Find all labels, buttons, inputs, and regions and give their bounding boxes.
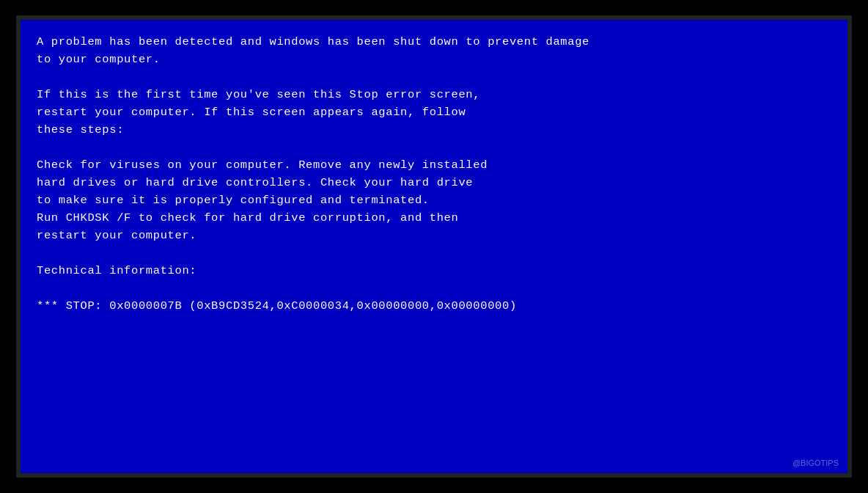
line12: restart your computer.	[37, 229, 196, 242]
bsod-text: A problem has been detected and windows …	[37, 33, 589, 315]
bsod-screen: A problem has been detected and windows …	[16, 15, 852, 478]
line4: If this is the first time you've seen th…	[37, 88, 480, 101]
line11: Run CHKDSK /F to check for hard drive co…	[37, 211, 458, 224]
line10: to make sure it is properly configured a…	[37, 194, 430, 207]
line14: Technical information:	[37, 264, 196, 277]
line1: A problem has been detected and windows …	[37, 35, 589, 48]
line9: hard drives or hard drive controllers. C…	[37, 176, 473, 189]
line2: to your computer.	[37, 53, 161, 66]
line6: these steps:	[37, 123, 124, 136]
stop-error-line: *** STOP: 0x0000007B (0xB9CD3524,0xC0000…	[37, 299, 517, 313]
line8: Check for viruses on your computer. Remo…	[37, 158, 488, 172]
line5: restart your computer. If this screen ap…	[37, 106, 466, 119]
watermark: @BIGOTIPS	[792, 459, 839, 467]
